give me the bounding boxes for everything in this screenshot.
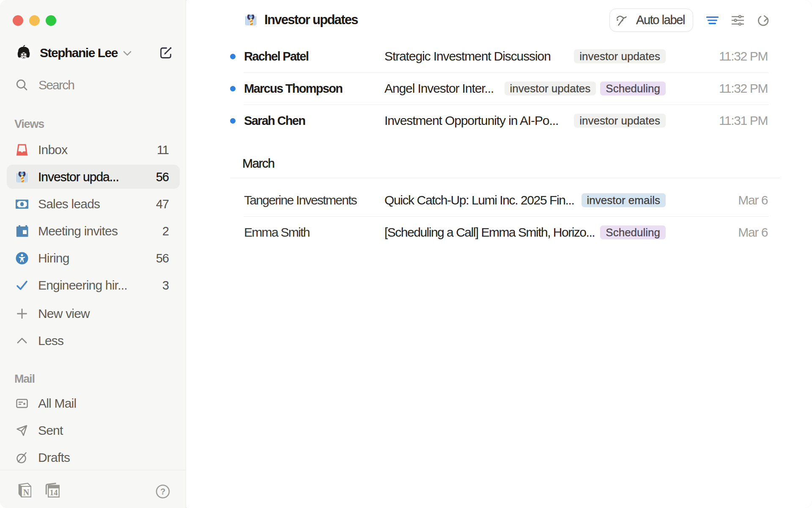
svg-text:14: 14 — [50, 488, 58, 497]
svg-text:?: ? — [160, 487, 165, 496]
svg-text:N: N — [23, 488, 30, 497]
